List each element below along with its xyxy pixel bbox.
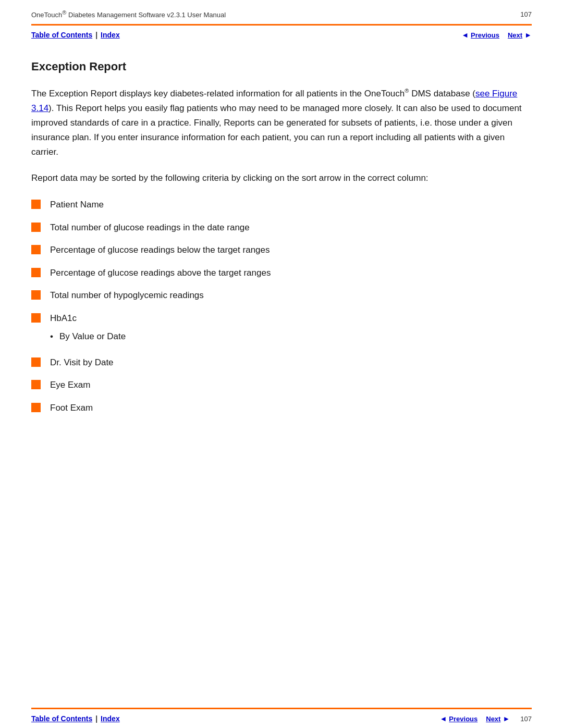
nav-separator-bottom: |	[95, 714, 97, 723]
previous-arrow-icon-bottom: ◄	[439, 714, 447, 723]
sub-bullet-dot-1: •	[50, 330, 53, 343]
bullet-text-1: Patient Name	[50, 198, 104, 212]
bullet-text-8: Eye Exam	[50, 378, 90, 392]
top-nav-bar: Table of Contents | Index ◄ Previous Nex…	[0, 26, 563, 44]
bullet-item-pct-below: Percentage of glucose readings below the…	[31, 243, 532, 257]
bullet-text-3: Percentage of glucose readings below the…	[50, 243, 270, 257]
bullet-text-4: Percentage of glucose readings above the…	[50, 266, 271, 280]
bullet-item-hba1c: HbA1c • By Value or Date	[31, 312, 532, 347]
index-link-bottom[interactable]: Index	[101, 714, 120, 723]
bullet-square-8	[31, 380, 41, 389]
table-of-contents-link-top[interactable]: Table of Contents	[31, 31, 92, 39]
section-title: Exception Report	[31, 60, 532, 73]
bullet-square-4	[31, 268, 41, 277]
next-link-top[interactable]: Next	[508, 31, 522, 39]
table-of-contents-link-bottom[interactable]: Table of Contents	[31, 714, 92, 723]
nav-left-bottom: Table of Contents | Index	[31, 714, 120, 723]
onetouch-superscript: ®	[405, 88, 409, 94]
bullet-square-1	[31, 200, 41, 209]
bullet-text-2: Total number of glucose readings in the …	[50, 221, 250, 235]
bullet-text-6: HbA1c	[50, 312, 77, 325]
index-link-top[interactable]: Index	[101, 31, 120, 39]
bottom-section: Table of Contents | Index ◄ Previous Nex…	[0, 708, 563, 728]
bullet-text-9: Foot Exam	[50, 401, 93, 415]
sort-paragraph: Report data may be sorted by the followi…	[31, 171, 532, 186]
bullet-item-hypoglycemic: Total number of hypoglycemic readings	[31, 289, 532, 302]
bullet-square-9	[31, 403, 41, 412]
nav-separator-top: |	[95, 31, 97, 39]
nav-right-bottom: ◄ Previous Next ► 107	[439, 714, 532, 723]
nav-left-top: Table of Contents | Index	[31, 31, 120, 39]
page-wrapper: OneTouch® Diabetes Management Software v…	[0, 0, 563, 728]
bullet-square-2	[31, 223, 41, 232]
bullet-square-6	[31, 313, 41, 323]
bullet-list: Patient Name Total number of glucose rea…	[31, 198, 532, 414]
bullet-text-5: Total number of hypoglycemic readings	[50, 289, 204, 302]
bullet-text-7: Dr. Visit by Date	[50, 356, 114, 369]
next-arrow-icon-bottom: ►	[503, 714, 510, 723]
previous-arrow-icon-top: ◄	[461, 31, 469, 39]
bullet-square-3	[31, 245, 41, 254]
page-number-top: 107	[520, 10, 532, 18]
figure-link[interactable]: see Figure 3.14	[31, 89, 517, 113]
intro-paragraph: The Exception Report displays key diabet…	[31, 86, 532, 159]
page-number-bottom: 107	[520, 715, 532, 723]
next-arrow-icon-top: ►	[524, 31, 532, 39]
bullet-square-7	[31, 357, 41, 367]
bottom-nav-bar: Table of Contents | Index ◄ Previous Nex…	[0, 709, 563, 728]
bullet-square-5	[31, 290, 41, 300]
next-link-bottom[interactable]: Next	[486, 715, 500, 723]
sub-bullet-list-hba1c: • By Value or Date	[50, 330, 532, 347]
previous-link-bottom[interactable]: Previous	[449, 715, 478, 723]
bullet-item-dr-visit: Dr. Visit by Date	[31, 356, 532, 369]
header-text: OneTouch® Diabetes Management Software v…	[31, 9, 226, 19]
main-content: Exception Report The Exception Report di…	[0, 44, 563, 708]
bullet-item-foot-exam: Foot Exam	[31, 401, 532, 415]
previous-link-top[interactable]: Previous	[471, 31, 499, 39]
nav-right-top: ◄ Previous Next ►	[461, 31, 532, 39]
sub-bullet-item-by-value: • By Value or Date	[50, 330, 532, 343]
bullet-item-eye-exam: Eye Exam	[31, 378, 532, 392]
superscript: ®	[62, 9, 66, 16]
sub-bullet-text-1: By Value or Date	[59, 330, 126, 343]
bullet-item-pct-above: Percentage of glucose readings above the…	[31, 266, 532, 280]
meta-bar: OneTouch® Diabetes Management Software v…	[0, 0, 563, 24]
bullet-item-total-glucose: Total number of glucose readings in the …	[31, 221, 532, 235]
bullet-item-patient-name: Patient Name	[31, 198, 532, 212]
